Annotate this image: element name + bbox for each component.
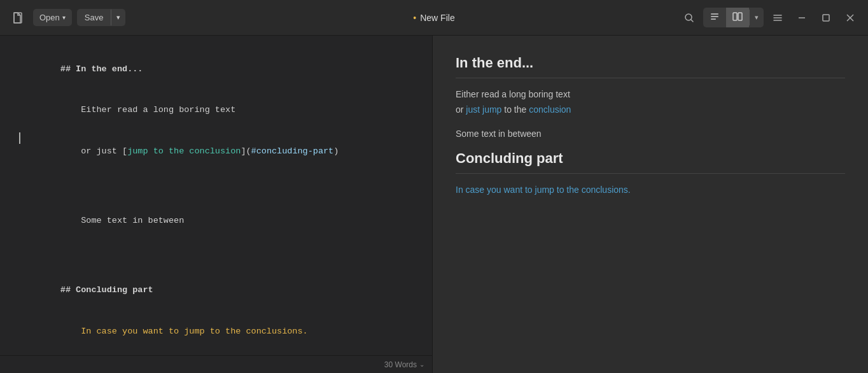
- svg-rect-12: [823, 15, 829, 21]
- view-toggle-group: ▾: [703, 8, 764, 27]
- preview-line1: Either read a long boring text: [456, 89, 570, 99]
- menu-button[interactable]: [767, 8, 788, 28]
- editor-line-heading2: ## Concluding part: [19, 269, 413, 311]
- save-button[interactable]: Save: [77, 9, 111, 26]
- maximize-button[interactable]: [816, 8, 836, 28]
- preview-heading-2: Concluding part: [456, 150, 845, 174]
- preview-blockquote: In case you want to jump to the conclusi…: [456, 183, 845, 198]
- editor-line-empty4: [19, 255, 413, 269]
- svg-rect-3: [711, 13, 718, 15]
- editor-line-blockquote: In case you want to jump to the conclusi…: [19, 311, 413, 352]
- preview-heading-1: In the end...: [456, 55, 845, 78]
- editor-line-empty2: [19, 186, 413, 200]
- editor-footer: 30 Words ⌄: [0, 355, 432, 373]
- svg-rect-7: [738, 13, 742, 20]
- minimize-button[interactable]: [792, 8, 812, 28]
- editor-line-text1: Either read a long boring text: [19, 90, 413, 131]
- new-file-button[interactable]: [8, 8, 28, 28]
- preview-pane: In the end... Either read a long boring …: [433, 36, 868, 373]
- open-label: Open: [39, 13, 60, 22]
- preview-link-just[interactable]: just: [466, 104, 480, 115]
- reading-mode-button[interactable]: [703, 8, 726, 27]
- word-count-label: 30 Words: [384, 360, 417, 369]
- editor-line-link: or just [jump to the conclusion](#conclu…: [19, 131, 413, 172]
- save-dropdown-button[interactable]: ▾: [111, 10, 125, 25]
- split-view-button[interactable]: [726, 8, 749, 27]
- editor-content[interactable]: ## In the end... Either read a long bori…: [0, 36, 432, 355]
- file-title: New File: [420, 13, 454, 23]
- preview-link-jump[interactable]: jump: [482, 104, 501, 115]
- save-button-group: Save ▾: [77, 9, 126, 26]
- titlebar: Open ▾ Save ▾ • New File: [0, 0, 868, 36]
- word-count-chevron-icon: ⌄: [419, 361, 424, 368]
- word-count[interactable]: 30 Words ⌄: [384, 360, 424, 369]
- preview-link-conclusion[interactable]: conclusion: [529, 104, 571, 115]
- open-chevron-icon: ▾: [62, 14, 66, 21]
- view-dropdown-button[interactable]: ▾: [749, 10, 764, 25]
- search-button[interactable]: [679, 8, 699, 28]
- preview-para-1: Either read a long boring text or just j…: [456, 87, 845, 118]
- close-button[interactable]: [840, 8, 860, 28]
- svg-rect-4: [711, 16, 718, 17]
- preview-line2-mid2: to the: [501, 104, 529, 115]
- svg-line-2: [691, 19, 694, 22]
- svg-rect-6: [733, 13, 737, 20]
- editor-line-empty3: [19, 241, 413, 255]
- editor-line-heading1: ## In the end...: [19, 48, 413, 90]
- editor-line-empty1: [19, 172, 413, 186]
- editor-pane: ## In the end... Either read a long bori…: [0, 36, 433, 373]
- titlebar-center: • New File: [413, 13, 454, 23]
- titlebar-left: Open ▾ Save ▾: [8, 8, 125, 28]
- content-area: ## In the end... Either read a long bori…: [0, 36, 868, 373]
- unsaved-dot: •: [413, 13, 416, 23]
- svg-rect-5: [711, 18, 716, 20]
- preview-line2-prefix: or: [456, 104, 466, 115]
- open-button[interactable]: Open ▾: [33, 9, 72, 26]
- preview-para-2: Some text in between: [456, 127, 845, 142]
- titlebar-right: ▾: [679, 8, 860, 28]
- editor-line-text2: Some text in between: [19, 200, 413, 241]
